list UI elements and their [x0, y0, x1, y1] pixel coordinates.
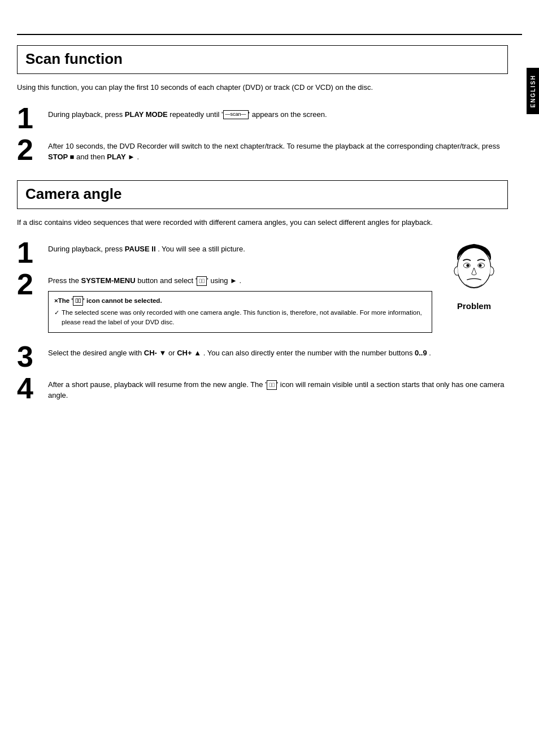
warning-cam-icon: ⌷⌷ — [73, 296, 83, 306]
camera-step-4-text: After a short pause, playback will resum… — [48, 377, 508, 401]
camera-warning-title: ×The '⌷⌷' icon cannot be selected. — [54, 296, 426, 306]
camera-steps-3-4: 3 Select the desired angle with CH- ▼ or… — [17, 341, 508, 403]
scan-step-1-text: During playback, press PLAY MODE repeate… — [48, 107, 508, 120]
camera-step-1: 1 During playback, press PAUSE II . You … — [17, 241, 432, 267]
page-container: ENGLISH Scan function Using this functio… — [0, 34, 539, 756]
scan-step-2-play: PLAY ► — [107, 153, 135, 161]
check-mark-icon: ✓ — [54, 308, 59, 318]
scan-step-2: 2 After 10 seconds, the DVD Recorder wil… — [17, 138, 508, 164]
camera-step-1-pause: PAUSE II — [125, 245, 156, 253]
camera-warning-box: ×The '⌷⌷' icon cannot be selected. ✓ The… — [48, 291, 432, 333]
camera-section-title: Camera angle — [25, 185, 499, 203]
camera-step-2-sysmenu: SYSTEM-MENU — [81, 276, 136, 285]
camera-angle-icon: ⌷⌷ — [197, 276, 207, 286]
camera-step-1-text: During playback, press PAUSE II . You wi… — [48, 241, 432, 255]
camera-step-2-number: 2 — [17, 270, 48, 299]
svg-point-2 — [466, 264, 469, 267]
scan-section-intro: Using this function, you can play the fi… — [17, 82, 508, 93]
camera-warning-check: ✓ The selected scene was only recorded w… — [54, 308, 426, 328]
main-content: Scan function Using this function, you c… — [0, 45, 539, 403]
scan-step-2-number: 2 — [17, 135, 48, 164]
camera-steps-with-image: 1 During playback, press PAUSE II . You … — [17, 237, 508, 333]
camera-section-box: Camera angle — [17, 180, 508, 209]
side-tab: ENGLISH — [527, 68, 539, 114]
camera-step-4: 4 After a short pause, playback will res… — [17, 377, 508, 403]
camera-step-3: 3 Select the desired angle with CH- ▼ or… — [17, 345, 508, 371]
top-rule — [17, 34, 522, 35]
scan-steps-container: 1 During playback, press PLAY MODE repea… — [17, 102, 508, 164]
camera-step-1-number: 1 — [17, 238, 48, 267]
problem-label: Problem — [457, 301, 491, 311]
scan-section-title: Scan function — [25, 50, 499, 68]
step4-cam-icon: ⌷⌷ — [267, 380, 277, 390]
scan-section-box: Scan function — [17, 45, 508, 74]
camera-step-3-text: Select the desired angle with CH- ▼ or C… — [48, 345, 508, 359]
camera-step-3-chdown: CH- ▼ — [144, 349, 167, 357]
camera-steps-left: 1 During playback, press PAUSE II . You … — [17, 237, 432, 333]
camera-step-3-chup: CH+ ▲ — [177, 349, 201, 357]
camera-section-intro: If a disc contains video sequences that … — [17, 217, 508, 228]
scan-step-1-number: 1 — [17, 103, 48, 133]
svg-point-4 — [479, 264, 481, 267]
camera-warning-text: The selected scene was only recorded wit… — [62, 308, 426, 328]
camera-step-3-num: 0..9 — [415, 349, 427, 357]
camera-image-area: Problem — [440, 237, 508, 311]
camera-step-2-text: Press the SYSTEM-MENU button and select … — [48, 274, 241, 285]
camera-step-2: 2 Press the SYSTEM-MENU button and selec… — [17, 273, 432, 333]
scan-step-1: 1 During playback, press PLAY MODE repea… — [17, 107, 508, 133]
side-tab-label: ENGLISH — [530, 75, 536, 107]
camera-step-3-number: 3 — [17, 342, 48, 371]
scan-step-2-stop: STOP ■ — [48, 153, 74, 161]
face-illustration — [443, 237, 505, 299]
scan-step-2-text: After 10 seconds, the DVD Recorder will … — [48, 138, 508, 163]
scan-step-1-bold1: PLAY MODE — [125, 110, 168, 119]
camera-step-4-number: 4 — [17, 373, 48, 403]
scan-icon: —scan— — [223, 110, 249, 119]
